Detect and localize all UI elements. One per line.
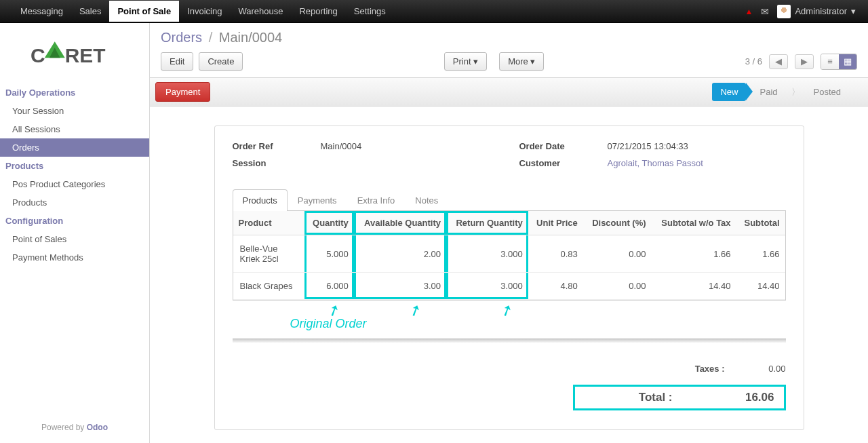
- table-header-row: Product Quantity Available Quantity Retu…: [233, 211, 785, 235]
- svg-text:C: C: [31, 44, 45, 66]
- tab-extra-info[interactable]: Extra Info: [347, 189, 406, 211]
- sidebar-item-your-session[interactable]: Your Session: [0, 102, 149, 120]
- print-button[interactable]: Print ▾: [444, 52, 487, 71]
- form-view-button[interactable]: ▦: [839, 54, 856, 69]
- divider: [233, 339, 786, 343]
- taxes-label: Taxes :: [637, 364, 725, 374]
- value-order-ref: Main/0004: [321, 141, 499, 151]
- top-menubar: Messaging Sales Point of Sale Invoicing …: [0, 0, 868, 23]
- arrow-icon: ➚: [406, 300, 424, 321]
- top-right-tools: ▲ ✉ Administrator ▾: [745, 5, 856, 18]
- cell-ret: 3.000: [446, 273, 528, 300]
- edit-button[interactable]: Edit: [161, 52, 193, 71]
- menu-point-of-sale[interactable]: Point of Sale: [109, 1, 179, 22]
- breadcrumb: Orders / Main/0004: [161, 30, 857, 45]
- stage-posted[interactable]: Posted: [806, 84, 849, 100]
- sidebar-item-pos-categories[interactable]: Pos Product Categories: [0, 175, 149, 193]
- odoo-link[interactable]: Odoo: [87, 423, 108, 432]
- table-row[interactable]: Black Grapes 6.000 3.00 3.000 4.80 0.00 …: [233, 273, 785, 300]
- create-button[interactable]: Create: [199, 52, 243, 71]
- user-label: Administrator: [795, 6, 847, 16]
- powered-by: Powered by Odoo: [0, 423, 149, 432]
- menu-messaging[interactable]: Messaging: [12, 1, 71, 22]
- alert-icon[interactable]: ▲: [745, 7, 753, 16]
- cell-product: Black Grapes: [233, 273, 305, 300]
- nav-group-products: Products: [0, 157, 149, 175]
- view-switcher: ≡ ▦: [821, 54, 857, 70]
- nav-group-configuration: Configuration: [0, 212, 149, 230]
- menu-reporting[interactable]: Reporting: [291, 1, 345, 22]
- annotation-label: Original Order: [290, 317, 367, 331]
- list-view-button[interactable]: ≡: [821, 54, 839, 69]
- user-menu[interactable]: Administrator ▾: [777, 5, 856, 18]
- cell-sub: 14.40: [736, 273, 785, 300]
- cell-price: 4.80: [528, 273, 583, 300]
- grand-total-highlight: Total : 16.06: [573, 385, 786, 410]
- nav-group-daily-operations: Daily Operations: [0, 83, 149, 102]
- stage-paid[interactable]: Paid: [751, 84, 785, 100]
- table-row[interactable]: Belle-Vue Kriek 25cl 5.000 2.00 3.000 0.…: [233, 235, 785, 273]
- col-return-qty[interactable]: Return Quantity: [446, 211, 528, 235]
- sidebar-item-orders[interactable]: Orders: [0, 138, 149, 157]
- cell-qty: 5.000: [304, 235, 354, 273]
- sidebar-item-payment-methods[interactable]: Payment Methods: [0, 248, 149, 267]
- total-value: 16.06: [713, 391, 774, 404]
- stage-new[interactable]: New: [712, 83, 746, 101]
- col-discount[interactable]: Discount (%): [583, 211, 652, 235]
- pager-next-button[interactable]: ▶: [795, 54, 814, 69]
- col-available-qty[interactable]: Available Quantity: [354, 211, 446, 235]
- value-order-date: 07/21/2015 13:04:33: [608, 141, 786, 151]
- svg-text:RET: RET: [65, 44, 106, 66]
- value-customer[interactable]: Agrolait, Thomas Passot: [608, 158, 786, 168]
- cell-disc: 0.00: [583, 235, 652, 273]
- payment-button[interactable]: Payment: [155, 82, 210, 102]
- chat-icon[interactable]: ✉: [761, 6, 769, 17]
- avatar: [777, 5, 791, 18]
- more-button[interactable]: More ▾: [499, 52, 544, 71]
- sidebar-item-all-sessions[interactable]: All Sessions: [0, 120, 149, 138]
- arrow-icon: ➚: [497, 300, 515, 321]
- order-lines-table: Product Quantity Available Quantity Retu…: [233, 211, 785, 300]
- menu-settings[interactable]: Settings: [346, 1, 394, 22]
- chevron-down-icon: ▾: [851, 6, 856, 16]
- annotation-overlay: ➚ ➚ ➚ Original Order: [233, 303, 786, 336]
- menu-sales[interactable]: Sales: [71, 1, 110, 22]
- pager-text: 3 / 6: [745, 56, 762, 66]
- totals: Taxes : 0.00 Total : 16.06: [233, 360, 786, 415]
- label-customer: Customer: [519, 158, 608, 168]
- tab-products[interactable]: Products: [233, 189, 288, 211]
- cell-disc: 0.00: [583, 273, 652, 300]
- cell-avail: 2.00: [354, 235, 446, 273]
- col-subtotal-wo-tax[interactable]: Subtotal w/o Tax: [652, 211, 736, 235]
- cell-ret: 3.000: [446, 235, 528, 273]
- stage-indicator: New Paid 〉 Posted: [712, 83, 863, 101]
- menu-invoicing[interactable]: Invoicing: [179, 1, 230, 22]
- caret-down-icon: ▾: [530, 56, 535, 66]
- main: Orders / Main/0004 Edit Create Print ▾ M…: [149, 23, 868, 443]
- top-menu: Messaging Sales Point of Sale Invoicing …: [12, 1, 394, 22]
- order-form: Order RefMain/0004 Session Order Date07/…: [214, 126, 804, 430]
- total-label: Total :: [585, 391, 673, 404]
- menu-warehouse[interactable]: Warehouse: [230, 1, 291, 22]
- tab-payments[interactable]: Payments: [288, 189, 347, 211]
- col-unit-price[interactable]: Unit Price: [528, 211, 583, 235]
- col-subtotal[interactable]: Subtotal: [736, 211, 785, 235]
- cell-subwo: 14.40: [652, 273, 736, 300]
- cell-subwo: 1.66: [652, 235, 736, 273]
- tab-notes[interactable]: Notes: [405, 189, 448, 211]
- breadcrumb-root[interactable]: Orders: [161, 30, 202, 45]
- cell-qty: 6.000: [304, 273, 354, 300]
- caret-down-icon: ▾: [473, 56, 478, 66]
- chevron-right-icon: 〉: [791, 86, 800, 98]
- label-order-ref: Order Ref: [233, 141, 321, 151]
- cell-avail: 3.00: [354, 273, 446, 300]
- sidebar: C RET Daily Operations Your Session All …: [0, 23, 149, 443]
- col-product[interactable]: Product: [233, 211, 305, 235]
- col-quantity[interactable]: Quantity: [304, 211, 354, 235]
- sidebar-item-products-list[interactable]: Products: [0, 193, 149, 212]
- cell-price: 0.83: [528, 235, 583, 273]
- label-order-date: Order Date: [519, 141, 608, 151]
- pager-prev-button[interactable]: ◀: [769, 54, 788, 69]
- sidebar-item-point-of-sales[interactable]: Point of Sales: [0, 230, 149, 248]
- logo: C RET: [0, 30, 149, 83]
